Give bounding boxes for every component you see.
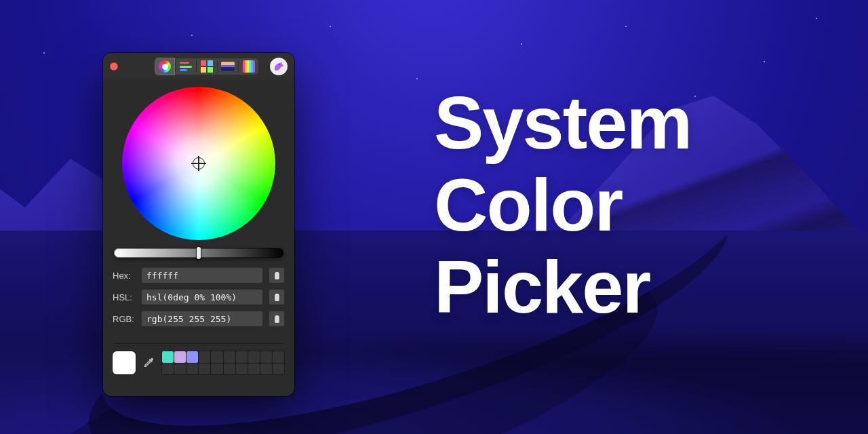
eyedropper-icon [142,357,155,369]
swatch-cell[interactable] [224,363,235,375]
swatch-cell[interactable] [174,351,186,363]
tab-color-wheel[interactable] [155,58,175,75]
saved-swatches-grid [161,351,285,375]
copy-hex-button[interactable] [269,267,285,283]
titlebar [103,53,294,80]
hsl-input[interactable]: hsl(0deg 0% 100%) [141,289,263,305]
unicorn-icon [273,60,285,73]
tab-color-sliders[interactable] [176,58,196,75]
sliders-icon [180,62,192,71]
hsl-label: HSL: [113,292,136,302]
swatch-cell[interactable] [211,351,222,363]
brightness-row [103,244,294,264]
brightness-slider[interactable] [114,248,283,258]
color-picker-window: Hex: ffffff HSL: hsl(0deg 0% 100%) RGB: … [103,53,294,396]
copy-rgb-button[interactable] [269,311,285,327]
swatch-cell[interactable] [236,351,248,363]
swatch-cell[interactable] [260,351,272,363]
palette-icon [201,60,213,73]
close-window-button[interactable] [110,62,118,71]
tab-image-palettes[interactable] [218,58,238,75]
swatch-bar [113,343,285,375]
tab-pencils[interactable] [239,58,259,75]
hex-input[interactable]: ffffff [141,267,263,283]
swatch-cell[interactable] [199,351,210,363]
hero-title: System Color Picker [434,81,691,328]
hero-line-3: Picker [434,245,691,328]
swatch-cell[interactable] [162,351,174,363]
rgb-label: RGB: [113,314,136,324]
hero-line-1: System [434,81,691,163]
wheel-crosshair[interactable] [193,157,205,170]
rgb-input[interactable]: rgb(255 255 255) [141,311,263,327]
picker-mode-toolbar [155,58,259,75]
clipboard-icon [273,271,281,280]
swatch-cell[interactable] [273,363,284,375]
pencils-icon [243,60,255,73]
color-value-fields: Hex: ffffff HSL: hsl(0deg 0% 100%) RGB: … [103,264,294,339]
color-wheel-icon [159,60,171,73]
swatch-cell[interactable] [174,363,186,375]
clipboard-icon [273,293,281,302]
color-wheel[interactable] [122,87,275,240]
eyedropper-button[interactable] [141,355,156,370]
swatch-cell[interactable] [199,363,210,375]
brightness-thumb[interactable] [197,247,201,259]
swatch-cell[interactable] [248,363,260,375]
hero-line-2: Color [434,163,691,245]
swatch-cell[interactable] [186,351,198,363]
swatch-cell[interactable] [211,363,222,375]
svg-point-0 [279,64,281,65]
swatch-cell[interactable] [260,363,272,375]
clipboard-icon [273,315,281,323]
swatch-cell[interactable] [224,351,235,363]
swatch-cell[interactable] [248,351,260,363]
swatch-cell[interactable] [162,363,174,375]
image-icon [221,62,235,71]
copy-hsl-button[interactable] [269,289,285,305]
swatch-cell[interactable] [186,363,198,375]
tab-color-palettes[interactable] [197,58,217,75]
current-color-swatch[interactable] [113,351,136,374]
color-wheel-area [103,80,294,244]
hex-label: Hex: [113,271,136,281]
swatch-cell[interactable] [273,351,284,363]
swatch-cell[interactable] [236,363,248,375]
extra-plugin-button[interactable] [270,58,288,75]
